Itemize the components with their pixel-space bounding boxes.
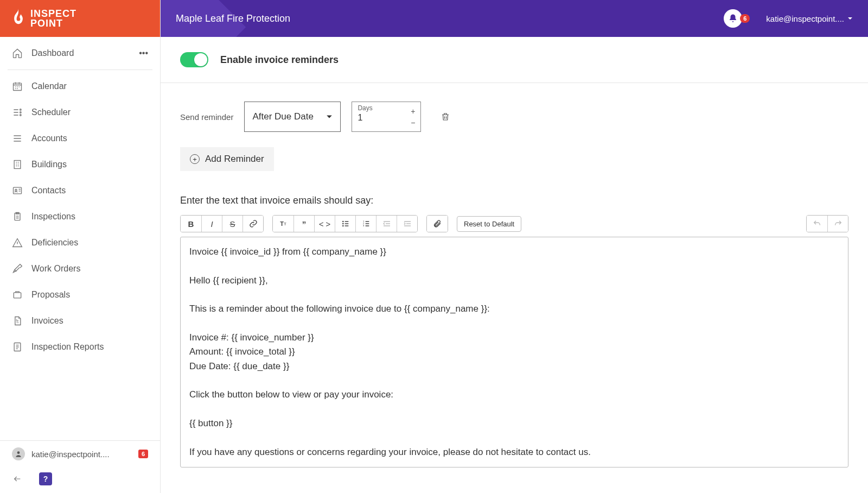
redo-button[interactable] xyxy=(827,216,848,232)
topbar: Maple Leaf Fire Protection 6 katie@inspe… xyxy=(161,0,868,37)
deficiencies-icon xyxy=(12,237,23,248)
heading-button[interactable]: TT xyxy=(273,216,293,232)
sidebar-item-label: Deficiencies xyxy=(31,238,78,248)
enable-reminders-toggle[interactable] xyxy=(180,52,208,67)
sidebar-item-label: Calendar xyxy=(31,81,67,91)
strike-button[interactable]: S xyxy=(222,216,242,232)
sidebar-item-label: Inspections xyxy=(31,212,75,222)
toggle-label: Enable invoice reminders xyxy=(220,54,339,66)
sidebar-item-label: Inspection Reports xyxy=(31,342,104,352)
bullet-list-button[interactable] xyxy=(335,216,355,232)
days-decrement[interactable]: − xyxy=(411,119,415,127)
sidebar-item-contacts[interactable]: Contacts xyxy=(0,178,160,204)
sidebar-item-scheduler[interactable]: Scheduler xyxy=(0,99,160,125)
main: Maple Leaf Fire Protection 6 katie@inspe… xyxy=(161,0,868,493)
chevron-down-icon xyxy=(326,113,333,120)
add-reminder-button[interactable]: + Add Reminder xyxy=(180,147,274,171)
undo-button[interactable] xyxy=(807,216,827,232)
svg-point-12 xyxy=(342,223,343,224)
quote-button[interactable]: ” xyxy=(293,216,314,232)
sidebar-item-label: Buildings xyxy=(31,160,67,169)
indent-button[interactable] xyxy=(397,216,417,232)
sidebar-item-accounts[interactable]: Accounts xyxy=(0,125,160,151)
sidebar-item-label: Contacts xyxy=(31,186,66,195)
svg-point-1 xyxy=(20,109,22,111)
work-orders-icon xyxy=(12,263,23,274)
sidebar: INSPECT POINT Dashboard ••• Calendar Sch… xyxy=(0,0,161,493)
buildings-icon xyxy=(12,159,23,170)
proposals-icon xyxy=(12,289,23,300)
sidebar-item-invoices[interactable]: Invoices xyxy=(0,308,160,334)
notifications-button[interactable]: 6 xyxy=(724,9,750,28)
sidebar-item-work-orders[interactable]: Work Orders xyxy=(0,256,160,282)
sidebar-item-calendar[interactable]: Calendar xyxy=(0,73,160,99)
outdent-icon xyxy=(382,219,391,228)
sidebar-item-proposals[interactable]: Proposals xyxy=(0,282,160,308)
days-input[interactable]: Days 1 + − xyxy=(352,102,421,132)
sidebar-user-row[interactable]: katie@inspectpoint.... 6 xyxy=(0,441,160,467)
code-button[interactable]: < > xyxy=(314,216,335,232)
numbered-list-button[interactable]: 123 xyxy=(355,216,376,232)
invoices-icon xyxy=(12,315,23,326)
svg-point-6 xyxy=(15,189,17,191)
sidebar-item-reports[interactable]: Inspection Reports xyxy=(0,334,160,360)
link-icon xyxy=(249,219,258,228)
sidebar-item-dashboard[interactable]: Dashboard ••• xyxy=(0,40,160,66)
sidebar-item-deficiencies[interactable]: Deficiencies xyxy=(0,230,160,256)
bell-icon xyxy=(728,14,738,23)
sidebar-notif-badge: 6 xyxy=(138,450,148,458)
collapse-sidebar-button[interactable] xyxy=(12,475,23,483)
svg-point-10 xyxy=(17,451,20,454)
sidebar-item-label: Work Orders xyxy=(31,264,80,274)
accounts-icon xyxy=(12,133,23,144)
timing-value: After Due Date xyxy=(252,111,313,122)
outdent-button[interactable] xyxy=(376,216,397,232)
link-button[interactable] xyxy=(242,216,263,232)
sidebar-item-buildings[interactable]: Buildings xyxy=(0,151,160,178)
delete-reminder-button[interactable] xyxy=(441,111,450,122)
calendar-icon xyxy=(12,81,23,92)
bullet-list-icon xyxy=(341,219,350,228)
sidebar-item-label: Proposals xyxy=(31,290,70,300)
user-email: katie@inspectpoint.... xyxy=(766,14,844,23)
svg-point-13 xyxy=(342,225,343,226)
notif-count: 6 xyxy=(740,14,750,23)
email-body-editor[interactable]: Invoice {{ invoice_id }} from {{ company… xyxy=(180,237,848,467)
scheduler-icon xyxy=(12,107,23,118)
editor-toolbar: B I S TT ” < > xyxy=(180,215,848,232)
attach-button[interactable] xyxy=(427,216,448,232)
reset-default-button[interactable]: Reset to Default xyxy=(457,216,521,232)
redo-icon xyxy=(834,219,843,228)
content: Enable invoice reminders Send reminder A… xyxy=(161,37,868,493)
sidebar-item-label: Accounts xyxy=(31,134,67,143)
days-increment[interactable]: + xyxy=(411,108,415,115)
days-label: Days xyxy=(358,104,372,112)
dots-icon[interactable]: ••• xyxy=(139,48,148,58)
bold-button[interactable]: B xyxy=(181,216,201,232)
sidebar-item-label: Scheduler xyxy=(31,108,71,117)
add-reminder-label: Add Reminder xyxy=(205,154,264,165)
chevron-down-icon xyxy=(847,16,853,21)
help-button[interactable]: ? xyxy=(39,472,52,485)
sidebar-item-label: Invoices xyxy=(31,316,63,326)
indent-icon xyxy=(403,219,412,228)
editor-section-label: Enter the text that invoice emails shoul… xyxy=(180,195,848,206)
undo-icon xyxy=(813,219,821,228)
inspections-icon xyxy=(12,211,23,222)
sidebar-nav: Dashboard ••• Calendar Scheduler Account… xyxy=(0,37,160,440)
reports-icon xyxy=(12,342,23,352)
home-icon xyxy=(12,48,23,59)
italic-button[interactable]: I xyxy=(201,216,222,232)
user-menu[interactable]: katie@inspectpoint.... xyxy=(766,14,853,23)
timing-select[interactable]: After Due Date xyxy=(244,102,341,132)
sidebar-item-inspections[interactable]: Inspections xyxy=(0,204,160,230)
svg-rect-5 xyxy=(14,187,22,194)
avatar-icon xyxy=(12,447,25,460)
sidebar-footer: katie@inspectpoint.... 6 ? xyxy=(0,440,160,493)
brand-header: INSPECT POINT xyxy=(0,0,160,37)
svg-point-3 xyxy=(20,115,22,116)
svg-point-11 xyxy=(342,221,343,222)
sidebar-user-email: katie@inspectpoint.... xyxy=(31,450,132,459)
sidebar-divider xyxy=(8,69,152,70)
numbered-list-icon: 123 xyxy=(362,219,371,228)
